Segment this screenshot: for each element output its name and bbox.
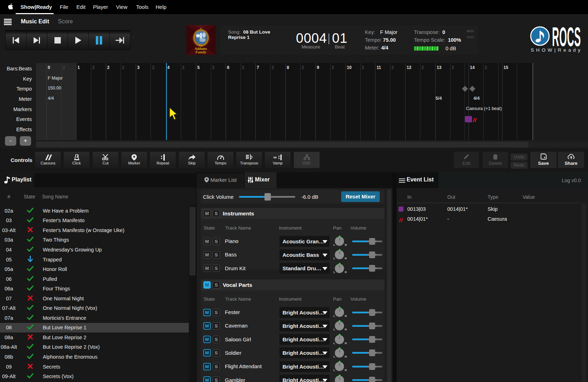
svg-text:∞: ∞ — [273, 155, 276, 160]
svg-text:Family: Family — [195, 50, 206, 54]
